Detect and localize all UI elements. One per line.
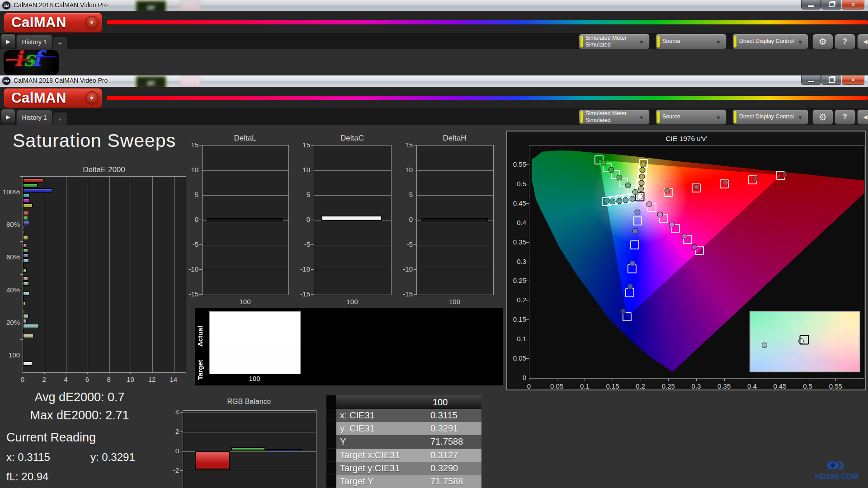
gridline (203, 195, 288, 196)
deltae-bar (23, 296, 24, 300)
collapse-toolbar-button[interactable]: ◀ (857, 109, 868, 125)
actual-label: Actual (196, 314, 204, 347)
minimize-button[interactable] (801, 75, 821, 85)
zero-bar (421, 218, 488, 221)
session-list-button[interactable]: ▶ (1, 109, 15, 125)
cie-measured-point (752, 175, 758, 181)
window2-titlebar: CM CalMAN 2018 CalMAN Video Pro 4K × (0, 75, 868, 87)
help-button[interactable]: ? (835, 34, 855, 49)
settings-button[interactable]: ⚙ (812, 34, 833, 49)
tab-history-1[interactable]: History 1 (16, 110, 52, 125)
desktop-icon-document (180, 76, 201, 87)
actual-color-swatch (210, 312, 300, 343)
axis-tick (526, 203, 529, 204)
cie-measured-point (630, 260, 636, 266)
cie-measured-point (646, 202, 652, 207)
close-icon: × (851, 76, 855, 84)
axis-tick (109, 372, 109, 374)
close-button[interactable]: × (842, 0, 864, 9)
deltae-chart-plot (23, 176, 186, 373)
meter-line2: Simulated (585, 117, 627, 124)
axis-tick (414, 269, 416, 270)
calman-menu-button[interactable]: CalMAN ▼ (4, 88, 102, 108)
source-dropdown-label: Source (662, 38, 680, 45)
avg-de2000-stat: Avg dE2000: 0.7 (13, 390, 146, 404)
meter-dropdown[interactable]: Simulated Meter Simulated ▼ (579, 109, 650, 125)
current-reading-heading: Current Reading (6, 431, 96, 445)
table-row-value: 0.3127 (430, 450, 458, 460)
source-dropdown[interactable]: Source ▼ (656, 109, 726, 125)
cie-diagram-panel: CIE 1976 u'v' (506, 131, 866, 390)
table-column-header: 100 (433, 397, 448, 408)
app-icon-text: CM (4, 79, 9, 83)
restore-icon (829, 77, 835, 83)
axis-tick-label: 15 (397, 141, 413, 149)
axis-tick-label: 4 (165, 408, 179, 416)
rainbow-divider (107, 20, 868, 24)
display-control-dropdown[interactable]: Direct Display Control ▼ (732, 34, 808, 49)
settings-button[interactable]: ⚙ (812, 109, 833, 125)
axis-tick (526, 300, 529, 300)
deltae-bar (23, 268, 27, 272)
calman-menu-button[interactable]: CalMAN ▼ (4, 13, 102, 33)
axis-tick-label: 10 (295, 166, 310, 174)
deltae-bar (23, 178, 43, 183)
chevron-down-icon: ▼ (714, 113, 723, 121)
restore-button[interactable] (821, 75, 841, 85)
desktop-icon-4k: 4K (136, 76, 166, 87)
axis-tick (311, 170, 314, 170)
axis-tick (724, 379, 725, 381)
meter-status-bar (580, 111, 583, 123)
meter-dropdown[interactable]: Simulated Meter Simulated ▼ (579, 34, 650, 49)
gridline (183, 471, 316, 471)
axis-tick-label: 5 (397, 191, 413, 198)
meter-line1: Simulated Meter (585, 35, 627, 42)
axis-tick (66, 372, 66, 374)
new-tab-button[interactable]: + (53, 37, 67, 50)
axis-tick-label: 15 (183, 141, 198, 149)
cie-measured-point (669, 222, 675, 228)
deltae-bar (23, 226, 25, 230)
deltae-bar (23, 249, 28, 253)
axis-tick (526, 262, 529, 262)
calman-app-icon: CM (2, 77, 10, 85)
chevron-down-icon: ▼ (796, 38, 805, 46)
inset-target-square (800, 335, 809, 345)
axis-tick-label: -15 (295, 290, 310, 298)
deltae-group-label: 20% (0, 319, 20, 326)
watermark-eye-icon (826, 460, 847, 471)
display-status-bar (734, 36, 736, 47)
deltae-bar (23, 211, 29, 215)
collapse-toolbar-button[interactable]: ◀ (857, 34, 868, 49)
axis-tick (199, 269, 202, 270)
axis-tick (414, 220, 416, 220)
close-button[interactable]: × (842, 75, 864, 85)
axis-tick (526, 184, 529, 184)
axis-tick (199, 145, 202, 145)
minimize-icon (808, 81, 814, 82)
help-button[interactable]: ? (835, 109, 855, 125)
chevron-down-icon: ▼ (637, 38, 646, 46)
axis-tick (20, 209, 23, 209)
source-dropdown[interactable]: Source ▼ (656, 34, 726, 49)
axis-tick (613, 379, 613, 381)
tab-history-1[interactable]: History 1 (16, 34, 52, 49)
session-list-button[interactable]: ▶ (1, 33, 15, 50)
new-tab-button[interactable]: + (53, 112, 67, 125)
inset-measured-point (762, 343, 767, 348)
display-control-dropdown[interactable]: Direct Display Control ▼ (732, 109, 808, 125)
color-swatch (209, 311, 301, 374)
gridline (314, 170, 391, 171)
cie-x-tick-label: 0.3 (687, 382, 705, 390)
chevron-down-icon: ▼ (85, 91, 99, 105)
cie-y-tick-label: 0.2 (507, 296, 526, 304)
axis-tick (668, 379, 669, 381)
minimize-button[interactable] (801, 0, 821, 9)
axis-tick-label: 2 (165, 427, 179, 435)
axis-tick (414, 195, 416, 195)
restore-button[interactable] (821, 0, 841, 9)
cie-measured-point (635, 209, 641, 215)
table-gutter-cell (326, 462, 336, 475)
rgb-balance-title: RGB Balance (183, 398, 316, 406)
tab-label: History 1 (22, 38, 47, 46)
